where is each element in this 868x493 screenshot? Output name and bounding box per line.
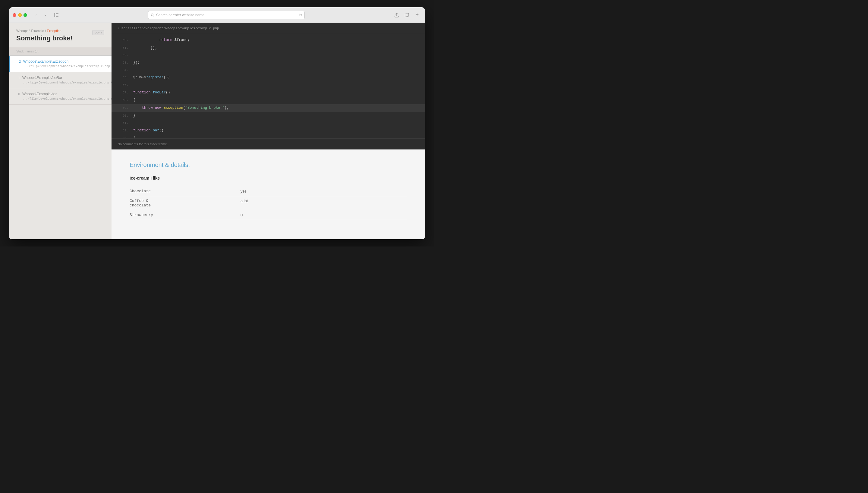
sidebar-header: COPY Whoops \ Example \ Exception Someth…: [9, 23, 111, 47]
share-button[interactable]: [392, 11, 401, 19]
forward-button[interactable]: ›: [41, 11, 49, 19]
code-line-61: 61.: [111, 120, 425, 127]
frame-0-number: 0: [16, 92, 20, 96]
svg-rect-0: [53, 13, 55, 17]
svg-line-5: [153, 16, 154, 17]
code-line-63: 63. {: [111, 135, 425, 138]
frame-1-path: .../filp/Development/whoops/examples/exa…: [16, 81, 104, 84]
stack-frames-list: 2 Whoops\Example\Exception .../filp/Deve…: [9, 56, 111, 239]
sidebar: COPY Whoops \ Example \ Exception Someth…: [9, 23, 111, 239]
code-line-52: 52.: [111, 52, 425, 59]
traffic-lights: [13, 13, 27, 17]
right-panel: /Users/filp/Development/whoops/examples/…: [111, 23, 425, 239]
code-line-56: 56.: [111, 82, 425, 89]
refresh-button[interactable]: ↻: [299, 13, 302, 17]
frame-1-number: 1: [16, 76, 20, 80]
main-content: COPY Whoops \ Example \ Exception Someth…: [9, 23, 425, 239]
address-bar-text: Search or enter website name: [156, 13, 297, 17]
breadcrumb: Whoops \ Example \ Exception: [16, 29, 104, 33]
code-line-50: 50. return $frame;: [111, 37, 425, 44]
frame-2-header: 2 Whoops\Example\Exception: [17, 59, 104, 64]
code-line-59: 59. throw new Exception("Something broke…: [111, 104, 425, 112]
environment-table: Chocolate yes Coffee &chocolate a lot St…: [130, 187, 407, 220]
address-bar[interactable]: Search or enter website name ↻: [148, 11, 305, 19]
browser-window: ‹ › Search or enter website name ↻: [9, 7, 425, 239]
breadcrumb-exception: Exception: [47, 29, 62, 33]
titlebar: ‹ › Search or enter website name ↻: [9, 7, 425, 23]
svg-rect-7: [406, 13, 409, 16]
code-file-path: /Users/filp/Development/whoops/examples/…: [111, 23, 425, 34]
env-key-chocolate: Chocolate: [130, 187, 240, 196]
code-line-55: 55. $run->register();: [111, 74, 425, 82]
code-line-57: 57. function fooBar(): [111, 89, 425, 97]
minimize-button[interactable]: [18, 13, 22, 17]
svg-rect-3: [56, 16, 59, 17]
code-line-62: 62. function bar(): [111, 127, 425, 135]
environment-panel[interactable]: Environment & details: Ice-cream I like …: [111, 149, 425, 239]
maximize-button[interactable]: [23, 13, 27, 17]
code-line-54: 54.: [111, 67, 425, 74]
add-tab-button[interactable]: +: [413, 11, 421, 19]
titlebar-actions: +: [392, 11, 421, 19]
search-icon: [151, 13, 154, 17]
frame-0-path: .../filp/Development/whoops/examples/exa…: [16, 97, 104, 101]
frame-1-header: 1 Whoops\Example\fooBar: [16, 76, 104, 80]
frame-2-class: Whoops\Example\Exception: [23, 59, 68, 64]
environment-title: Environment & details:: [130, 162, 407, 168]
breadcrumb-prefix: Whoops \ Example \: [16, 29, 46, 33]
env-value-coffee: a lot: [240, 196, 407, 210]
stack-frames-header: Stack frames (3):: [9, 47, 111, 56]
stack-frame-0[interactable]: 0 Whoops\Example\bar .../filp/Developmen…: [9, 88, 111, 105]
back-button[interactable]: ‹: [32, 11, 40, 19]
nav-buttons: ‹ ›: [32, 11, 49, 19]
code-line-53: 53. });: [111, 59, 425, 67]
code-line-60: 60. }: [111, 112, 425, 120]
frame-2-path: .../filp/Development/whoops/examples/exa…: [17, 65, 104, 68]
code-line-58: 58. {: [111, 97, 425, 104]
svg-point-4: [151, 14, 153, 16]
code-comments: No comments for this stack frame.: [111, 138, 425, 149]
exception-title: Something broke!: [16, 34, 104, 42]
sidebar-toggle-button[interactable]: [52, 11, 60, 19]
env-row-strawberry: Strawberry 0: [130, 210, 407, 220]
stack-frame-1[interactable]: 1 Whoops\Example\fooBar .../filp/Develop…: [9, 72, 111, 88]
duplicate-button[interactable]: [403, 11, 411, 19]
env-key-coffee: Coffee &chocolate: [130, 196, 240, 210]
code-content[interactable]: 50. return $frame; 51. }); 52. 53.: [111, 34, 425, 138]
frame-1-class: Whoops\Example\fooBar: [22, 76, 62, 80]
copy-button[interactable]: COPY: [92, 30, 104, 35]
svg-rect-2: [56, 15, 59, 15]
env-row-chocolate: Chocolate yes: [130, 187, 407, 196]
env-key-strawberry: Strawberry: [130, 210, 240, 220]
frame-0-header: 0 Whoops\Example\bar: [16, 92, 104, 96]
env-row-coffee: Coffee &chocolate a lot: [130, 196, 407, 210]
frame-2-number: 2: [17, 60, 21, 63]
close-button[interactable]: [13, 13, 16, 17]
environment-section: Ice-cream I like Chocolate yes Coffee &c…: [130, 176, 407, 220]
code-panel: /Users/filp/Development/whoops/examples/…: [111, 23, 425, 149]
address-bar-container: Search or enter website name ↻: [63, 11, 390, 19]
env-value-strawberry: 0: [240, 210, 407, 220]
code-line-51: 51. });: [111, 44, 425, 52]
env-section-title: Ice-cream I like: [130, 176, 407, 183]
env-value-chocolate: yes: [240, 187, 407, 196]
frame-0-class: Whoops\Example\bar: [22, 92, 57, 96]
stack-frame-2[interactable]: 2 Whoops\Example\Exception .../filp/Deve…: [9, 56, 111, 72]
svg-rect-1: [56, 13, 59, 14]
